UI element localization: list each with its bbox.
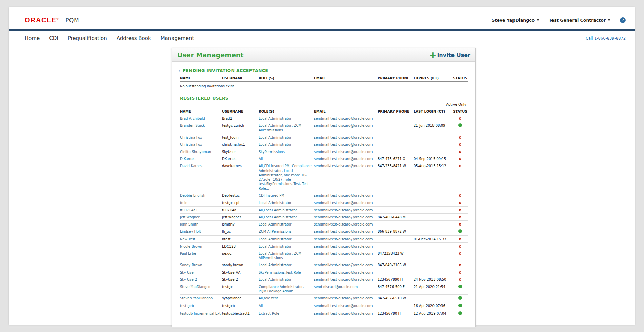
inactive-status-icon bbox=[459, 245, 461, 248]
column-header-role-s-: ROLE(S) bbox=[259, 108, 314, 115]
pending-section-header[interactable]: » PENDING INVITATION ACCEPTANCE bbox=[178, 68, 475, 73]
cell-last-login bbox=[414, 269, 452, 276]
active-only-checkbox[interactable] bbox=[441, 103, 444, 106]
user-row: David KarnesdavekarnesAll,CDI Insured PM… bbox=[180, 162, 468, 192]
cell-name[interactable]: Jeff Wagner bbox=[180, 214, 222, 221]
call-link[interactable]: Call 1-866-839-8872 bbox=[586, 36, 626, 41]
cell-last-login bbox=[414, 221, 452, 228]
cell-phone: 123456780 H bbox=[378, 310, 414, 317]
cell-name[interactable]: D Karnes bbox=[180, 155, 222, 162]
cell-last-login bbox=[414, 115, 452, 122]
cell-name[interactable]: Sky User bbox=[180, 269, 222, 276]
cell-status bbox=[452, 283, 468, 294]
collapse-chevron-icon: » bbox=[177, 69, 182, 72]
cell-email: sendmail-test-discard@oracle.com bbox=[314, 295, 378, 302]
cell-name[interactable]: ftu0714a l bbox=[180, 206, 222, 213]
cell-phone bbox=[378, 115, 414, 122]
cell-status bbox=[452, 214, 468, 221]
invite-user-button[interactable]: + Invite User bbox=[429, 52, 470, 58]
cell-username: tu0714a bbox=[222, 206, 259, 213]
cell-username: davekarnes bbox=[222, 162, 259, 192]
pending-section-title: PENDING INVITATION ACCEPTANCE bbox=[183, 68, 268, 73]
cell-name[interactable]: New Test bbox=[180, 235, 222, 242]
cell-name[interactable]: Christina Fox bbox=[180, 141, 222, 148]
cell-username: jeff.wagner bbox=[222, 214, 259, 221]
cell-name[interactable]: Debbie English bbox=[180, 192, 222, 199]
nav-item-prequalification[interactable]: Prequalification bbox=[68, 35, 107, 41]
cell-status bbox=[452, 302, 468, 310]
inactive-status-icon bbox=[459, 223, 461, 226]
cell-last-login bbox=[414, 134, 452, 141]
cell-phone: 847-457-6510 W bbox=[378, 295, 414, 302]
column-header-email: EMAIL bbox=[314, 75, 378, 82]
oracle-logo: ORACLE® bbox=[25, 16, 58, 24]
cell-name[interactable]: Lindsey Holt bbox=[180, 228, 222, 235]
cell-name[interactable]: David Karnes bbox=[180, 162, 222, 192]
cell-email: sendmail-test-discard@oracle.com bbox=[314, 141, 378, 148]
cell-last-login bbox=[414, 148, 452, 155]
cell-roles: All,role test bbox=[259, 295, 314, 302]
cell-username: SkyUser2 bbox=[222, 276, 259, 283]
cell-last-login: 05-Aug-2015 15:12 bbox=[414, 162, 452, 192]
cell-roles: Local Administrator bbox=[259, 115, 314, 122]
cell-last-login bbox=[414, 141, 452, 148]
top-header: ORACLE® PQM Steve YapDiangco Test Genera… bbox=[9, 7, 635, 29]
cell-last-login bbox=[414, 199, 452, 206]
user-row: Steven YapDiangcosyapdiangcAll,role test… bbox=[180, 295, 468, 302]
cell-name[interactable]: fn ln bbox=[180, 199, 222, 206]
nav-item-home[interactable]: Home bbox=[25, 35, 40, 41]
cell-status bbox=[452, 295, 468, 302]
nav-item-management[interactable]: Management bbox=[161, 35, 194, 41]
cell-status bbox=[452, 235, 468, 242]
invite-user-label: Invite User bbox=[437, 52, 470, 58]
cell-name[interactable]: Brad Archibald bbox=[180, 115, 222, 122]
cell-email: sendmail-test-discard@oracle.com bbox=[314, 261, 378, 269]
cell-status bbox=[452, 148, 468, 155]
cell-name[interactable]: Steven YapDiangco bbox=[180, 295, 222, 302]
cell-roles: All bbox=[259, 302, 314, 310]
cell-name[interactable]: Christina Fox bbox=[180, 134, 222, 141]
inactive-status-icon bbox=[459, 158, 461, 160]
cell-phone bbox=[378, 269, 414, 276]
cell-email: sendmail-test-discard@oracle.com bbox=[314, 235, 378, 242]
cell-name[interactable]: John Smith bbox=[180, 221, 222, 228]
cell-phone: 847-400-6448 M bbox=[378, 214, 414, 221]
inactive-status-icon bbox=[459, 252, 461, 255]
cell-name[interactable]: Sandy Brown bbox=[180, 261, 222, 269]
cell-roles: All,Local Administrator bbox=[259, 206, 314, 213]
cell-phone: 847-849-3165 W bbox=[378, 261, 414, 269]
cell-name[interactable]: Steve YapDiangco bbox=[180, 283, 222, 294]
cell-email: sendmail-test-discard@oracle.com bbox=[314, 310, 378, 317]
cell-status bbox=[452, 115, 468, 122]
help-icon[interactable]: ? bbox=[620, 17, 626, 23]
cell-name[interactable]: Nicole Brown bbox=[180, 242, 222, 250]
user-row: Christina Foxtest_loginLocal Administrat… bbox=[180, 134, 468, 141]
cell-roles: All bbox=[259, 155, 314, 162]
cell-roles: CDI Insured PM bbox=[259, 192, 314, 199]
cell-name[interactable]: test gcb bbox=[180, 302, 222, 310]
cell-username: testgc-zurich bbox=[222, 122, 259, 134]
main-nav: HomeCDIPrequalificationAddress BookManag… bbox=[9, 31, 635, 46]
nav-item-cdi[interactable]: CDI bbox=[49, 35, 58, 41]
cell-email: sendmail-test-discard@oracle.com bbox=[314, 302, 378, 310]
user-row: Christina Foxchristina.fox1Local Adminis… bbox=[180, 141, 468, 148]
cell-name[interactable]: Branden Stuck bbox=[180, 122, 222, 134]
table-header-row: NAMEUSERNAMEROLE(S)EMAILPRIMARY PHONEEXP… bbox=[180, 75, 468, 82]
cell-email: sendmail-test-discard@oracle.com bbox=[314, 148, 378, 155]
cell-username: lh_gc bbox=[222, 228, 259, 235]
cell-phone: 866-839-8872 W bbox=[378, 228, 414, 235]
cell-roles: Local Administrator bbox=[259, 235, 314, 242]
user-menu[interactable]: Steve YapDiangco bbox=[491, 18, 539, 23]
nav-item-address-book[interactable]: Address Book bbox=[117, 35, 151, 41]
cell-username: SkyUser bbox=[222, 148, 259, 155]
user-row: John SmithjsmithyLocal Administratorsend… bbox=[180, 221, 468, 228]
user-row: Debbie EnglishDebTestgcCDI Insured PMsen… bbox=[180, 192, 468, 199]
cell-last-login: 24-Nov-2013 08:50 bbox=[414, 276, 452, 283]
cell-name[interactable]: Sky User2 bbox=[180, 276, 222, 283]
cell-name[interactable]: Cielito Shraybman bbox=[180, 148, 222, 155]
cell-name[interactable]: Paul Erbe bbox=[180, 250, 222, 261]
inactive-status-icon bbox=[459, 117, 461, 120]
cell-phone bbox=[378, 302, 414, 310]
cell-name[interactable]: testgcb Incremental Extr bbox=[180, 310, 222, 317]
org-menu[interactable]: Test General Contractor bbox=[549, 18, 610, 23]
